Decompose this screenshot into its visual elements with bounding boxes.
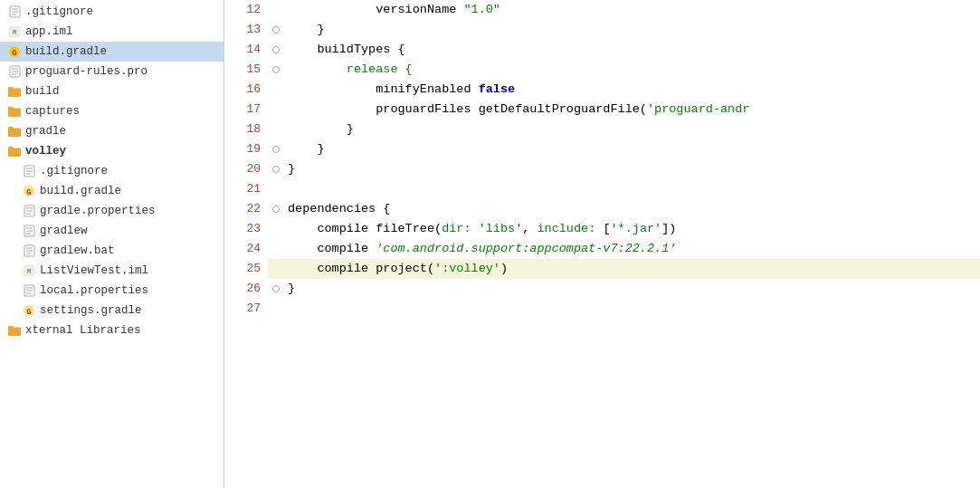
code-content: compile fileTree(dir: 'libs', include: [… (284, 219, 980, 239)
code-line-17: 17 proguardFiles getDefaultProguardFile(… (224, 100, 980, 120)
code-token: } (288, 23, 325, 36)
sidebar-item-gitignore-root[interactable]: .gitignore (0, 2, 224, 22)
sidebar-item-label: app.iml (25, 23, 73, 41)
sidebar-item-build-folder[interactable]: build (0, 81, 224, 101)
sidebar-item-label: gradle (25, 122, 66, 140)
code-token: 'com.android.support:appcompat-v7:22.2.1… (376, 242, 676, 255)
fold-dot[interactable] (272, 46, 280, 53)
svg-text:M: M (27, 268, 31, 275)
sidebar-item-gradlew[interactable]: gradlew (0, 221, 224, 241)
code-content: } (284, 279, 980, 299)
code-token: dir: (442, 222, 471, 235)
folder-icon (7, 84, 22, 99)
code-content: proguardFiles getDefaultProguardFile('pr… (284, 100, 980, 120)
gutter-icon[interactable] (268, 40, 284, 60)
code-content: versionName "1.0" (284, 0, 980, 20)
sidebar-item-volley-bold[interactable]: volley (0, 141, 224, 161)
line-number: 22 (224, 199, 268, 219)
code-token: dependencies { (288, 202, 390, 215)
code-token: ) (500, 262, 508, 275)
sidebar-item-local-props[interactable]: local.properties (0, 281, 224, 301)
file-text-icon (22, 283, 36, 298)
fold-dot[interactable] (272, 206, 280, 213)
fold-dot[interactable] (272, 26, 280, 33)
sidebar-item-external-libs[interactable]: xternal Libraries (0, 321, 224, 340)
gradle-icon: G (22, 303, 36, 318)
code-line-16: 16 minifyEnabled false (224, 80, 980, 100)
code-token: ':volley' (434, 262, 500, 275)
code-content (284, 179, 980, 199)
svg-text:G: G (12, 49, 16, 58)
gutter-icon[interactable] (268, 159, 284, 179)
line-number: 13 (224, 20, 268, 40)
code-token: '*.jar' (610, 222, 661, 235)
line-number: 14 (224, 40, 268, 60)
folder-icon (7, 323, 22, 338)
iml-icon: M (22, 263, 36, 278)
sidebar-item-app-iml[interactable]: Mapp.iml (0, 22, 224, 42)
svg-text:G: G (26, 188, 31, 197)
sidebar-item-label: gradle.properties (40, 202, 156, 220)
code-token: proguardFiles getDefaultProguardFile( (288, 102, 647, 116)
sidebar-item-label: proguard-rules.pro (25, 62, 147, 81)
code-content: release { (284, 60, 980, 80)
gutter-icon[interactable] (268, 20, 284, 40)
sidebar-item-build-gradle[interactable]: Gbuild.gradle (0, 42, 224, 62)
sidebar-item-gradlew-bat[interactable]: gradlew.bat (0, 241, 224, 261)
gutter-icon (268, 179, 284, 199)
sidebar-item-captures-folder[interactable]: captures (0, 101, 224, 121)
line-number: 19 (224, 139, 268, 159)
gutter-icon (268, 120, 284, 139)
sidebar-item-listviewtest[interactable]: MListViewTest.iml (0, 261, 224, 281)
code-token: [ (595, 222, 610, 235)
gutter-icon[interactable] (268, 139, 284, 159)
file-text-icon (7, 64, 22, 79)
file-text-icon (22, 164, 36, 178)
code-content: compile 'com.android.support:appcompat-v… (284, 239, 980, 259)
code-content: } (284, 120, 980, 139)
sidebar-item-build-gradle2[interactable]: Gbuild.gradle (0, 181, 224, 201)
fold-dot[interactable] (272, 285, 280, 292)
code-token: buildTypes { (288, 43, 405, 56)
line-number: 20 (224, 159, 268, 179)
fold-dot[interactable] (272, 66, 280, 73)
gutter-icon (268, 299, 284, 319)
fold-dot[interactable] (272, 146, 280, 153)
code-editor: 12 versionName "1.0"13 }14 buildTypes {1… (224, 0, 980, 488)
sidebar-item-settings-gradle[interactable]: Gsettings.gradle (0, 301, 224, 321)
file-text-icon (22, 204, 36, 218)
sidebar-item-label: .gitignore (25, 3, 93, 21)
code-token: false (479, 82, 516, 96)
gutter-icon[interactable] (268, 199, 284, 219)
code-token: minifyEnabled (288, 82, 479, 96)
sidebar-item-label: settings.gradle (40, 301, 142, 320)
code-line-19: 19 } (224, 139, 980, 159)
code-token: , (522, 222, 537, 235)
iml-icon: M (7, 24, 22, 39)
gradle-icon: G (22, 184, 36, 198)
code-content: dependencies { (284, 199, 980, 219)
sidebar-item-label: gradlew (40, 222, 88, 240)
code-line-20: 20} (224, 159, 980, 179)
code-line-25: 25 compile project(':volley') (224, 259, 980, 279)
code-token: compile fileTree( (288, 222, 442, 235)
code-line-26: 26} (224, 279, 980, 299)
gutter-icon[interactable] (268, 60, 284, 80)
gutter-icon[interactable] (268, 279, 284, 299)
sidebar-item-gitignore2[interactable]: .gitignore (0, 161, 224, 181)
fold-dot[interactable] (272, 166, 280, 173)
code-line-13: 13 } (224, 20, 980, 40)
file-text-icon (22, 224, 36, 238)
code-token: } (288, 142, 325, 156)
sidebar-item-gradle-props[interactable]: gradle.properties (0, 201, 224, 221)
code-token: 'proguard-andr (647, 102, 749, 116)
code-area: 12 versionName "1.0"13 }14 buildTypes {1… (224, 0, 980, 319)
code-line-23: 23 compile fileTree(dir: 'libs', include… (224, 219, 980, 239)
code-line-14: 14 buildTypes { (224, 40, 980, 60)
code-line-24: 24 compile 'com.android.support:appcompa… (224, 239, 980, 259)
folder-icon (7, 124, 22, 139)
sidebar-item-gradle-folder[interactable]: gradle (0, 121, 224, 141)
sidebar-item-label: build.gradle (25, 43, 107, 61)
sidebar-item-proguard[interactable]: proguard-rules.pro (0, 62, 224, 81)
code-token: ]) (661, 222, 676, 235)
